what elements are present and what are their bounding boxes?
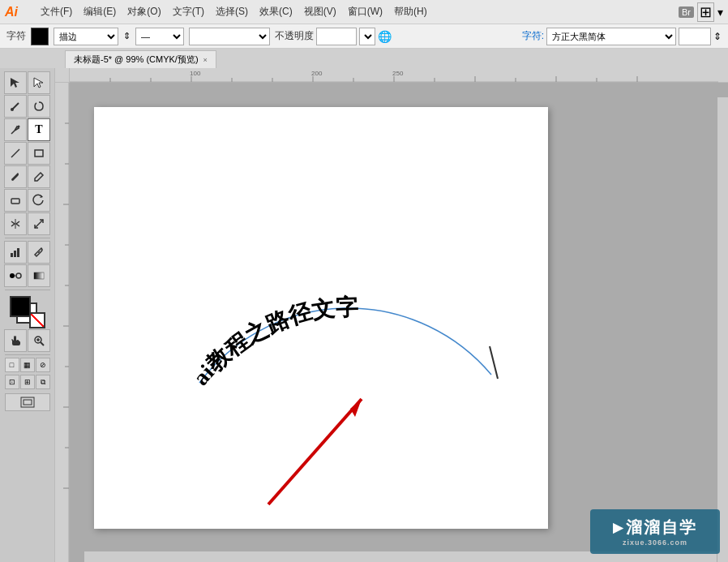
tool-separator-3 <box>5 354 50 355</box>
stroke-style-select[interactable] <box>189 28 270 45</box>
globe-icon: 🌐 <box>378 30 392 43</box>
svg-rect-5 <box>11 199 19 204</box>
svg-text:200: 200 <box>311 70 323 77</box>
svg-point-12 <box>10 273 15 278</box>
transparency-label: 不透明度 <box>275 29 314 43</box>
direct-selection-tool[interactable] <box>28 71 50 94</box>
arc-text-content: ai教程之路径文字 <box>188 294 359 390</box>
tool-row-2 <box>4 95 50 118</box>
white-canvas: ai教程之路径文字 <box>94 107 548 529</box>
menu-view[interactable]: 视图(V) <box>299 3 341 20</box>
view-fullscreen-btn[interactable]: ⧉ <box>36 375 50 389</box>
font-size-input[interactable] <box>679 28 711 45</box>
menu-file[interactable]: 文件(F) <box>36 3 77 20</box>
svg-text:100: 100 <box>190 70 201 77</box>
bridge-icon[interactable]: Br <box>679 6 694 18</box>
lasso-tool[interactable] <box>28 95 50 118</box>
workspace-icon[interactable]: ⊞ <box>697 2 714 22</box>
tab-bar: 未标题-5* @ 99% (CMYK/预览) × <box>0 49 728 68</box>
svg-rect-15 <box>34 272 44 279</box>
scale-tool[interactable] <box>28 212 50 235</box>
transparency-dropdown[interactable] <box>359 28 375 45</box>
canvas-area: 100 200 250 <box>55 68 728 562</box>
hand-tool[interactable] <box>4 329 27 352</box>
arc-text: ai教程之路径文字 <box>188 294 359 390</box>
menu-help[interactable]: 帮助(H) <box>389 3 432 20</box>
menu-text[interactable]: 文字(T) <box>168 3 209 20</box>
rect-tool[interactable] <box>28 142 50 165</box>
ruler-top: 100 200 250 <box>70 68 728 83</box>
fill-none-btn[interactable]: ⊘ <box>36 358 50 372</box>
menu-window[interactable]: 窗口(W) <box>343 3 388 20</box>
app-logo: Ai <box>5 5 29 19</box>
artboard-btn[interactable] <box>5 393 50 411</box>
font-size-arrows: ⇕ <box>713 31 722 42</box>
tool-row-4 <box>4 142 50 165</box>
eraser-tool[interactable] <box>4 189 27 212</box>
menu-object[interactable]: 对象(O) <box>122 3 165 20</box>
main-layout: T <box>0 68 728 562</box>
fill-gradient-btn[interactable]: ▦ <box>20 358 35 372</box>
pen-tool[interactable] <box>4 118 27 141</box>
tool-row-6 <box>4 189 50 212</box>
svg-line-3 <box>11 149 19 157</box>
svg-rect-8 <box>11 253 13 257</box>
line-tool[interactable] <box>4 142 27 165</box>
watermark: ▶ 溜溜自学 zixue.3066.com <box>590 509 720 554</box>
document-tab[interactable]: 未标题-5* @ 99% (CMYK/预览) × <box>65 50 216 68</box>
graph-tool[interactable] <box>4 241 27 264</box>
menu-effect[interactable]: 效果(C) <box>255 3 298 20</box>
paintbrush-tool[interactable] <box>4 165 27 188</box>
title-right-icons: Br ⊞ ▾ <box>679 2 723 22</box>
small-tool-row: □ ▦ ⊘ <box>5 358 50 372</box>
tool-separator-2 <box>5 290 50 290</box>
blend-tool[interactable] <box>4 264 27 287</box>
selection-tool[interactable] <box>4 71 27 94</box>
gradient-tool[interactable] <box>28 264 50 287</box>
stroke-color-box[interactable] <box>31 28 49 45</box>
red-arrow-line <box>268 399 362 504</box>
svg-line-17 <box>41 342 44 345</box>
menu-select[interactable]: 选择(S) <box>211 3 253 20</box>
text-tool[interactable]: T <box>28 118 50 141</box>
svg-text:250: 250 <box>392 70 404 77</box>
view-preview-btn[interactable]: ⊞ <box>20 375 35 389</box>
svg-rect-10 <box>17 248 19 257</box>
svg-rect-21 <box>24 400 32 405</box>
transparency-group: 不透明度 100% 🌐 <box>275 28 392 45</box>
stroke-select[interactable]: 描边 <box>54 28 118 45</box>
svg-rect-20 <box>21 397 34 407</box>
tab-close-button[interactable]: × <box>203 56 208 64</box>
rotate-tool[interactable] <box>28 189 50 212</box>
svg-point-1 <box>11 108 14 111</box>
foreground-color-swatch[interactable] <box>10 296 31 317</box>
menu-bar: 文件(F) 编辑(E) 对象(O) 文字(T) 选择(S) 效果(C) 视图(V… <box>36 3 432 20</box>
watermark-brand: 溜溜自学 <box>626 517 697 538</box>
stroke-width-select[interactable]: — <box>135 28 184 45</box>
menu-edit[interactable]: 编辑(E) <box>79 3 121 20</box>
svg-rect-9 <box>14 251 16 257</box>
mirror-tool[interactable] <box>4 212 27 235</box>
view-normal-btn[interactable]: ⊡ <box>5 375 19 389</box>
watermark-row: ▶ 溜溜自学 <box>613 517 697 538</box>
magic-wand-tool[interactable] <box>4 95 27 118</box>
tool-row-1 <box>4 71 50 94</box>
eyedropper-tool[interactable] <box>28 241 50 264</box>
svg-point-13 <box>16 273 21 278</box>
zoom-tool[interactable] <box>28 329 50 352</box>
fill-normal-btn[interactable]: □ <box>5 358 19 372</box>
ruler-left <box>55 83 70 562</box>
font-group: 字符: 方正大黑简体 ⇕ <box>522 28 722 45</box>
transparency-input[interactable]: 100% <box>316 28 357 45</box>
artwork-svg: ai教程之路径文字 <box>94 107 548 529</box>
scrollbar-right[interactable] <box>717 97 728 562</box>
no-color-swatch[interactable] <box>29 312 45 328</box>
canvas-content: ai教程之路径文字 <box>70 83 728 562</box>
pencil-tool[interactable] <box>28 165 50 188</box>
tool-separator-1 <box>5 238 50 238</box>
tool-row-3: T <box>4 118 50 141</box>
font-select[interactable]: 方正大黑简体 <box>546 28 676 45</box>
tool-row-5 <box>4 165 50 188</box>
expand-icon[interactable]: ▾ <box>717 6 723 19</box>
tool-row-9 <box>4 264 50 287</box>
